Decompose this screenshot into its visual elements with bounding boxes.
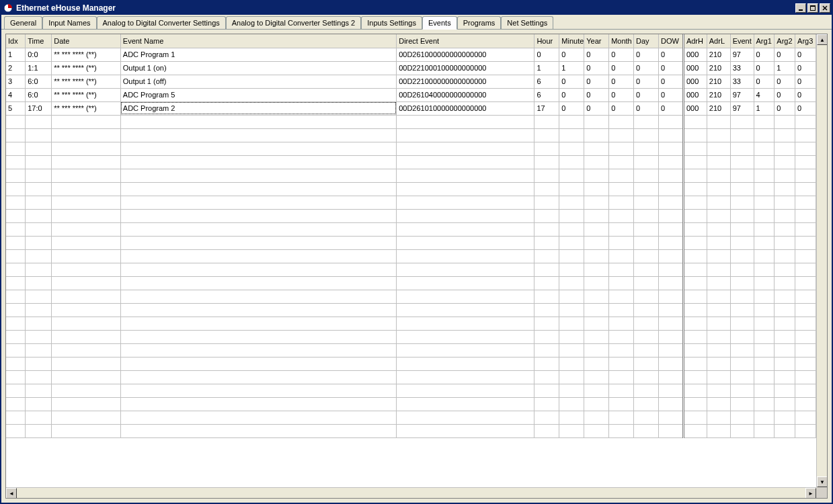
column-header-adrh[interactable]: AdrH bbox=[683, 34, 707, 48]
cell-empty[interactable] bbox=[754, 169, 775, 182]
cell-empty[interactable] bbox=[795, 155, 816, 169]
cell-empty[interactable] bbox=[683, 370, 707, 384]
cell-empty[interactable] bbox=[559, 196, 584, 209]
cell-empty[interactable] bbox=[584, 290, 609, 303]
cell-empty[interactable] bbox=[795, 317, 816, 330]
cell-empty[interactable] bbox=[683, 182, 707, 196]
cell-date[interactable]: ** *** **** (**) bbox=[52, 101, 121, 115]
cell-empty[interactable] bbox=[6, 370, 26, 384]
cell-empty[interactable] bbox=[534, 263, 559, 276]
tab-inputs-settings[interactable]: Inputs Settings bbox=[361, 16, 422, 29]
cell-empty[interactable] bbox=[6, 397, 26, 411]
cell-empty[interactable] bbox=[634, 370, 659, 384]
table-row-empty[interactable] bbox=[6, 209, 816, 222]
cell-direct-event[interactable]: 00D221000000000000000 bbox=[397, 75, 534, 88]
cell-empty[interactable] bbox=[730, 115, 754, 128]
cell-empty[interactable] bbox=[634, 182, 659, 196]
scroll-up-button[interactable]: ▲ bbox=[817, 34, 828, 45]
table-row-empty[interactable] bbox=[6, 290, 816, 303]
cell-direct-event[interactable]: 00D221000100000000000 bbox=[397, 61, 534, 75]
cell-empty[interactable] bbox=[397, 155, 534, 169]
cell-empty[interactable] bbox=[754, 290, 775, 303]
cell-empty[interactable] bbox=[120, 115, 396, 128]
cell-empty[interactable] bbox=[26, 357, 52, 370]
cell-empty[interactable] bbox=[584, 276, 609, 290]
cell-empty[interactable] bbox=[634, 128, 659, 142]
table-row[interactable]: 21:1** *** **** (**)Output 1 (on)00D2210… bbox=[6, 61, 816, 75]
cell-empty[interactable] bbox=[559, 236, 584, 249]
cell-empty[interactable] bbox=[559, 370, 584, 384]
cell-empty[interactable] bbox=[609, 196, 634, 209]
cell-empty[interactable] bbox=[6, 357, 26, 370]
cell-empty[interactable] bbox=[730, 182, 754, 196]
cell-empty[interactable] bbox=[775, 169, 795, 182]
cell-empty[interactable] bbox=[52, 115, 121, 128]
cell-empty[interactable] bbox=[120, 357, 396, 370]
cell-empty[interactable] bbox=[775, 276, 795, 290]
cell-empty[interactable] bbox=[120, 182, 396, 196]
cell-empty[interactable] bbox=[559, 169, 584, 182]
cell-time[interactable]: 0:0 bbox=[26, 48, 52, 61]
cell-empty[interactable] bbox=[559, 249, 584, 263]
tab-analog-to-digital-converter-settings-2[interactable]: Analog to Digital Converter Settings 2 bbox=[226, 16, 361, 29]
cell-empty[interactable] bbox=[658, 142, 683, 155]
cell-empty[interactable] bbox=[754, 303, 775, 317]
cell-empty[interactable] bbox=[754, 424, 775, 437]
cell-empty[interactable] bbox=[26, 155, 52, 169]
column-header-year[interactable]: Year bbox=[584, 34, 609, 48]
cell-idx[interactable]: 3 bbox=[6, 75, 26, 88]
column-header-day[interactable]: Day bbox=[634, 34, 659, 48]
cell-arg2[interactable]: 0 bbox=[775, 75, 795, 88]
table-row-empty[interactable] bbox=[6, 357, 816, 370]
cell-arg1[interactable]: 4 bbox=[754, 88, 775, 101]
cell-empty[interactable] bbox=[584, 169, 609, 182]
cell-empty[interactable] bbox=[6, 411, 26, 424]
cell-empty[interactable] bbox=[559, 317, 584, 330]
cell-empty[interactable] bbox=[584, 236, 609, 249]
cell-empty[interactable] bbox=[609, 236, 634, 249]
table-row-empty[interactable] bbox=[6, 196, 816, 209]
cell-date[interactable]: ** *** **** (**) bbox=[52, 75, 121, 88]
cell-empty[interactable] bbox=[609, 263, 634, 276]
cell-empty[interactable] bbox=[795, 236, 816, 249]
cell-empty[interactable] bbox=[120, 411, 396, 424]
cell-empty[interactable] bbox=[26, 290, 52, 303]
cell-empty[interactable] bbox=[584, 411, 609, 424]
cell-empty[interactable] bbox=[754, 370, 775, 384]
cell-empty[interactable] bbox=[6, 182, 26, 196]
cell-dow[interactable]: 0 bbox=[658, 88, 683, 101]
cell-empty[interactable] bbox=[52, 249, 121, 263]
cell-empty[interactable] bbox=[120, 263, 396, 276]
table-row[interactable]: 36:0** *** **** (**)Output 1 (off)00D221… bbox=[6, 75, 816, 88]
cell-empty[interactable] bbox=[683, 196, 707, 209]
cell-empty[interactable] bbox=[609, 222, 634, 236]
cell-empty[interactable] bbox=[120, 249, 396, 263]
cell-empty[interactable] bbox=[683, 397, 707, 411]
cell-empty[interactable] bbox=[658, 155, 683, 169]
cell-empty[interactable] bbox=[775, 155, 795, 169]
cell-empty[interactable] bbox=[658, 343, 683, 357]
cell-empty[interactable] bbox=[754, 317, 775, 330]
cell-empty[interactable] bbox=[754, 411, 775, 424]
cell-empty[interactable] bbox=[584, 397, 609, 411]
cell-empty[interactable] bbox=[120, 236, 396, 249]
cell-empty[interactable] bbox=[707, 317, 730, 330]
cell-empty[interactable] bbox=[795, 276, 816, 290]
cell-empty[interactable] bbox=[584, 303, 609, 317]
cell-empty[interactable] bbox=[658, 397, 683, 411]
cell-empty[interactable] bbox=[775, 357, 795, 370]
cell-empty[interactable] bbox=[658, 169, 683, 182]
cell-arg3[interactable]: 0 bbox=[795, 75, 816, 88]
cell-event[interactable]: 33 bbox=[730, 61, 754, 75]
cell-empty[interactable] bbox=[120, 169, 396, 182]
cell-empty[interactable] bbox=[397, 169, 534, 182]
cell-empty[interactable] bbox=[795, 290, 816, 303]
cell-empty[interactable] bbox=[584, 222, 609, 236]
cell-empty[interactable] bbox=[120, 142, 396, 155]
cell-empty[interactable] bbox=[609, 424, 634, 437]
cell-empty[interactable] bbox=[26, 236, 52, 249]
cell-empty[interactable] bbox=[658, 330, 683, 343]
cell-dow[interactable]: 0 bbox=[658, 75, 683, 88]
cell-idx[interactable]: 5 bbox=[6, 101, 26, 115]
cell-empty[interactable] bbox=[795, 384, 816, 397]
